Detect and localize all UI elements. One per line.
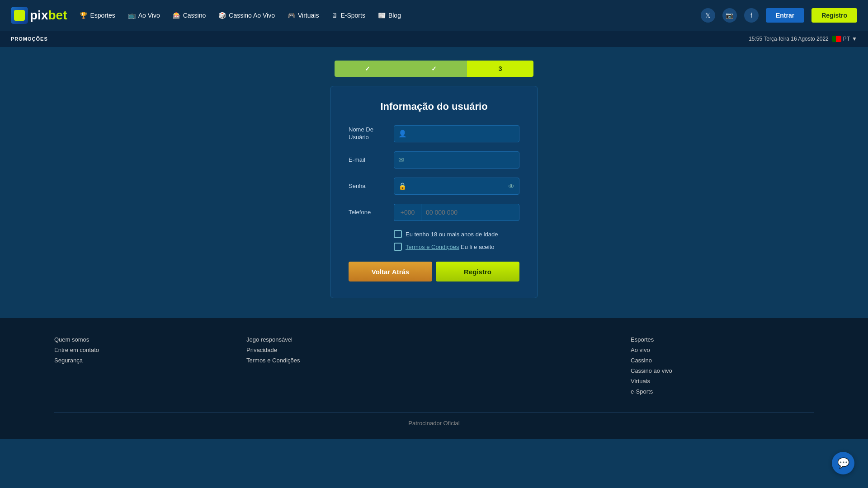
promo-datetime: 15:55 Terça-feira 16 Agosto 2022 PT ▼ [749, 36, 857, 42]
username-group: Nome De Usuário 👤 [349, 125, 519, 142]
dice-icon: 🎲 [218, 12, 226, 19]
chat-icon: 💬 [837, 457, 849, 469]
main-content: ✓ ✓ 3 Informação do usuário Nome De Usuá… [0, 47, 868, 318]
phone-label: Telefone [349, 209, 394, 216]
registro-button[interactable]: Registro [811, 8, 857, 23]
form-card: Informação do usuário Nome De Usuário 👤 … [330, 86, 538, 298]
footer-grid: Quem somos Entre em contato Segurança Jo… [54, 336, 814, 399]
step-1-label: ✓ [365, 65, 370, 72]
email-label: E-mail [349, 156, 394, 164]
password-input[interactable] [394, 178, 519, 195]
footer: Quem somos Entre em contato Segurança Jo… [0, 318, 868, 439]
step-2: ✓ [401, 61, 467, 77]
email-input[interactable] [394, 151, 519, 169]
facebook-icon[interactable]: f [744, 8, 759, 23]
logo-box [11, 7, 28, 24]
footer-col-3 [439, 336, 622, 399]
logo[interactable]: pixbet [11, 7, 67, 24]
gamepad-icon: 🎮 [288, 12, 295, 19]
password-label: Senha [349, 183, 394, 190]
footer-col-1: Quem somos Entre em contato Segurança [54, 336, 237, 399]
nav-item-esportes[interactable]: 🏆 Esportes [80, 12, 115, 19]
email-wrapper: ✉ [394, 151, 519, 169]
casino-icon: 🎰 [173, 12, 180, 19]
terms-checkbox[interactable] [394, 243, 402, 251]
monitor-icon: 🖥 [331, 12, 338, 19]
language-flag[interactable]: PT ▼ [832, 36, 857, 42]
age-label: Eu tenho 18 ou mais anos de idade [406, 231, 498, 238]
logo-text: pixbet [30, 8, 67, 23]
nav-item-blog[interactable]: 📰 Blog [378, 12, 401, 19]
nav-label-cassino-ao-vivo: Cassino Ao Vivo [229, 12, 275, 19]
phone-prefix-input[interactable] [394, 204, 421, 221]
step-bar: ✓ ✓ 3 [335, 61, 533, 77]
age-checkbox[interactable] [394, 230, 402, 238]
chevron-down-icon: ▼ [852, 36, 857, 42]
terms-text: Termos e Condições Eu li e aceito [406, 244, 495, 250]
back-button[interactable]: Voltar Atrás [349, 262, 432, 282]
entrar-button[interactable]: Entrar [766, 8, 804, 23]
footer-link-seguranca[interactable]: Segurança [54, 357, 237, 364]
footer-link-termos[interactable]: Termos e Condições [246, 357, 429, 364]
footer-link-privacidade[interactable]: Privacidade [246, 347, 429, 353]
nav-item-esports[interactable]: 🖥 E-Sports [331, 12, 365, 19]
nav-item-virtuais[interactable]: 🎮 Virtuais [288, 12, 319, 19]
nav-item-ao-vivo[interactable]: 📺 Ao Vivo [128, 12, 160, 19]
header: pixbet 🏆 Esportes 📺 Ao Vivo 🎰 Cassino 🎲 … [0, 0, 868, 31]
nav-label-blog: Blog [388, 12, 401, 19]
phone-group: Telefone [349, 204, 519, 221]
form-title: Informação do usuário [349, 101, 519, 113]
email-group: E-mail ✉ [349, 151, 519, 169]
footer-link-entre-contato[interactable]: Entre em contato [54, 347, 237, 353]
datetime-text: 15:55 Terça-feira 16 Agosto 2022 [749, 36, 829, 42]
header-left: pixbet 🏆 Esportes 📺 Ao Vivo 🎰 Cassino 🎲 … [11, 7, 401, 24]
sponsor-label: Patrocinador Oficial [408, 420, 459, 427]
footer-link-ao-vivo[interactable]: Ao vivo [631, 347, 814, 353]
logo-bet: bet [48, 8, 67, 22]
username-input[interactable] [394, 125, 519, 142]
blog-icon: 📰 [378, 12, 386, 19]
promo-label: PROMOÇÕES [11, 36, 48, 42]
terms-checkbox-row: Termos e Condições Eu li e aceito [394, 243, 519, 251]
tv-icon: 📺 [128, 12, 136, 19]
terms-suffix: Eu li e aceito [459, 244, 495, 250]
nav-item-cassino-ao-vivo[interactable]: 🎲 Cassino Ao Vivo [218, 12, 275, 19]
nav-label-virtuais: Virtuais [298, 12, 319, 19]
footer-col-2: Jogo responsável Privacidade Termos e Co… [246, 336, 429, 399]
language-label: PT [843, 36, 850, 42]
step-3-label: 3 [499, 65, 502, 72]
step-2-label: ✓ [431, 65, 437, 72]
instagram-icon[interactable]: 📷 [722, 8, 737, 23]
logo-pix: pix [30, 8, 48, 22]
password-wrapper: 🔒 👁 [394, 178, 519, 195]
nav-label-esportes: Esportes [90, 12, 115, 19]
age-checkbox-row: Eu tenho 18 ou mais anos de idade [394, 230, 519, 238]
username-label: Nome De Usuário [349, 126, 394, 141]
nav-label-ao-vivo: Ao Vivo [138, 12, 160, 19]
footer-link-virtuais[interactable]: Virtuais [631, 378, 814, 385]
step-1: ✓ [335, 61, 401, 77]
password-group: Senha 🔒 👁 [349, 178, 519, 195]
form-buttons: Voltar Atrás Registro [349, 262, 519, 282]
header-right: 𝕏 📷 f Entrar Registro [701, 8, 857, 23]
footer-link-jogo-responsavel[interactable]: Jogo responsável [246, 336, 429, 343]
footer-col-4: Esportes Ao vivo Cassino Cassino ao vivo… [631, 336, 814, 399]
footer-link-esports[interactable]: e-Sports [631, 388, 814, 395]
terms-link[interactable]: Termos e Condições [406, 244, 459, 250]
chat-bubble[interactable]: 💬 [832, 452, 854, 474]
username-wrapper: 👤 [394, 125, 519, 142]
register-form-button[interactable]: Registro [436, 262, 519, 282]
twitter-icon[interactable]: 𝕏 [701, 8, 715, 23]
toggle-password-icon[interactable]: 👁 [508, 183, 515, 190]
nav-item-cassino[interactable]: 🎰 Cassino [173, 12, 206, 19]
footer-link-cassino-vivo[interactable]: Cassino ao vivo [631, 367, 814, 374]
promo-bar: PROMOÇÕES 15:55 Terça-feira 16 Agosto 20… [0, 31, 868, 47]
footer-link-cassino[interactable]: Cassino [631, 357, 814, 364]
phone-wrapper [394, 204, 519, 221]
footer-link-quem-somos[interactable]: Quem somos [54, 336, 237, 343]
phone-number-input[interactable] [421, 204, 519, 221]
footer-link-esportes[interactable]: Esportes [631, 336, 814, 343]
trophy-icon: 🏆 [80, 12, 87, 19]
checkbox-area: Eu tenho 18 ou mais anos de idade Termos… [349, 230, 519, 251]
step-3: 3 [467, 61, 533, 77]
